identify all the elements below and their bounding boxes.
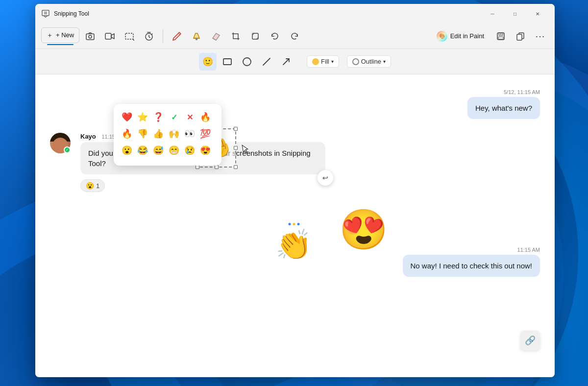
reaction-emoji: 😮 (86, 182, 94, 190)
new-plus-icon: ＋ (47, 31, 53, 40)
redo-button[interactable] (286, 27, 303, 45)
rectangle-draw-button[interactable] (219, 53, 236, 71)
fill-color-swatch (312, 58, 319, 65)
message1-time: 5/12, 11:15 AM (504, 89, 540, 95)
save-button[interactable] (492, 27, 510, 45)
emoji-cry[interactable]: 😢 (182, 143, 197, 158)
reaction-question[interactable]: ❓ (151, 110, 166, 124)
emoji-picker-row2: 😮 😂 😅 😁 😢 😍 (120, 143, 216, 158)
separator-1 (163, 29, 163, 43)
message3-time: 11:15 AM (517, 247, 540, 253)
emoji-sweat[interactable]: 😅 (151, 143, 166, 158)
svg-rect-20 (223, 59, 231, 65)
share-reaction-button[interactable]: 🔗 (520, 331, 540, 350)
timer-button[interactable] (140, 27, 158, 45)
message3-bubble: No way! I need to check this out now! (403, 255, 540, 277)
video-button[interactable] (101, 27, 119, 45)
emoji-astonished[interactable]: 😮 (120, 143, 134, 158)
outline-dropdown[interactable]: Outline ▾ (347, 55, 391, 68)
handle-bottom-right[interactable] (234, 165, 238, 169)
emoji-thumbsup[interactable]: 👍 (151, 126, 166, 141)
title-bar: Snipping Tool ─ □ ✕ (35, 4, 555, 24)
handle-right-mid[interactable] (234, 146, 238, 150)
emoji-thumbsdown[interactable]: 👎 (135, 126, 150, 141)
maximize-button[interactable]: □ (504, 6, 526, 22)
crop-button[interactable] (227, 27, 245, 45)
avatar-online-badge (64, 146, 71, 153)
undo-button[interactable] (266, 27, 284, 45)
svg-line-22 (263, 58, 270, 65)
reaction-star[interactable]: ⭐ (135, 110, 150, 124)
more-options-button[interactable]: ⋯ (531, 27, 549, 45)
line-draw-button[interactable] (258, 53, 275, 71)
drawing-toolbar: 🙂 Fill ▾ (35, 49, 555, 74)
clapping-emoji-group: 👏 (275, 230, 312, 260)
outline-chevron-icon: ▾ (383, 59, 386, 64)
reaction-fire[interactable]: 🔥 (198, 110, 213, 124)
outline-color-swatch (352, 58, 359, 65)
app-icon (41, 9, 50, 18)
crop2-button[interactable] (246, 27, 264, 45)
emoji-grin[interactable]: 😁 (167, 143, 181, 158)
highlighter-button[interactable] (188, 27, 205, 45)
rectangle-snip-button[interactable] (121, 27, 138, 45)
new-button[interactable]: ＋ + New (41, 27, 79, 43)
reaction-check[interactable]: ✓ (167, 110, 181, 124)
love-face-emoji: 😍 (339, 207, 388, 253)
emoji-laughing[interactable]: 😂 (135, 143, 150, 158)
emoji-picker[interactable]: ❤️ ⭐ ❓ ✓ ✕ 🔥 🔥 👎 👍 🙌 👀 💯 😮 😂 😅 (114, 104, 221, 166)
main-toolbar: ＋ + New (35, 24, 555, 49)
emoji-fire2[interactable]: 🔥 (120, 126, 134, 141)
edit-in-paint-button[interactable]: 🎨 Edit in Paint (431, 28, 490, 45)
window-controls: ─ □ ✕ (481, 6, 549, 22)
svg-point-21 (243, 58, 251, 66)
message1-bubble: Hey, what's new? (467, 97, 540, 119)
svg-rect-16 (498, 37, 503, 39)
new-button-wrap[interactable]: ＋ + New (41, 27, 79, 45)
copy-button[interactable] (512, 27, 529, 45)
fill-dropdown[interactable]: Fill ▾ (307, 55, 339, 68)
minimize-button[interactable]: ─ (481, 6, 504, 22)
svg-point-4 (89, 35, 92, 38)
svg-rect-0 (42, 10, 49, 16)
share-icon: 🔗 (525, 335, 536, 346)
emoji-tool-button[interactable]: 🙂 (199, 53, 217, 71)
reaction-cross[interactable]: ✕ (182, 110, 197, 124)
message2-reaction[interactable]: 😮 1 (80, 179, 105, 192)
paint-icon: 🎨 (437, 31, 447, 42)
emoji-100[interactable]: 💯 (198, 126, 213, 141)
svg-rect-6 (125, 33, 133, 39)
svg-rect-19 (517, 34, 522, 40)
svg-rect-5 (105, 33, 111, 39)
emoji-picker-row1: 🔥 👎 👍 🙌 👀 💯 (120, 126, 216, 141)
eraser-button[interactable] (207, 27, 225, 45)
pen-tool-button[interactable] (168, 27, 186, 45)
avatar-container (50, 133, 71, 153)
circle-draw-button[interactable] (238, 53, 256, 71)
camera-button[interactable] (81, 27, 99, 45)
emoji-picker-reactions-row: ❤️ ⭐ ❓ ✓ ✕ 🔥 (120, 110, 216, 124)
svg-line-23 (283, 59, 289, 65)
content-area: ❤️ ⭐ ❓ ✓ ✕ 🔥 🔥 👎 👍 🙌 👀 💯 😮 😂 😅 (35, 74, 555, 377)
undo-rotate-button[interactable]: ↩ (318, 170, 333, 186)
arrow-draw-button[interactable] (277, 53, 295, 71)
close-button[interactable]: ✕ (526, 6, 549, 22)
emoji-smiley-icon: 🙂 (202, 56, 213, 67)
handle-bottom-mid[interactable] (215, 165, 219, 169)
reaction-heart[interactable]: ❤️ (120, 110, 134, 124)
clapping-emoji-large: 👏 (275, 228, 312, 261)
window-title: Snipping Tool (54, 10, 481, 17)
fill-chevron-icon: ▾ (331, 59, 334, 64)
handle-bottom-left[interactable] (196, 165, 199, 169)
emoji-eyes[interactable]: 👀 (182, 126, 197, 141)
emoji-heart-eyes[interactable]: 😍 (198, 143, 213, 158)
svg-rect-3 (86, 34, 94, 40)
handle-top-right[interactable] (234, 127, 238, 131)
emoji-raise-hands[interactable]: 🙌 (167, 126, 181, 141)
snipping-tool-window: Snipping Tool ─ □ ✕ ＋ + New (35, 4, 555, 377)
